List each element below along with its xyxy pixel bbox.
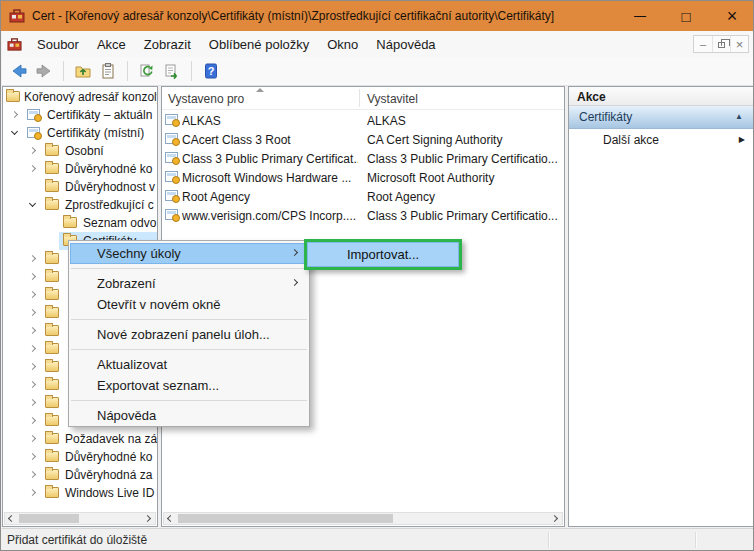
mdi-minimize-icon[interactable] (694, 36, 712, 52)
back-icon[interactable] (9, 61, 29, 81)
certificate-row[interactable]: Class 3 Public Primary Certificat...Clas… (162, 149, 564, 168)
certificate-icon (165, 209, 178, 220)
menu-item-aktualizovat[interactable]: Aktualizovat (70, 354, 308, 375)
chevron-right-icon[interactable] (29, 435, 36, 442)
chevron-right-icon[interactable] (29, 291, 36, 298)
chevron-right-icon[interactable] (29, 471, 36, 478)
certificate-row[interactable]: CAcert Class 3 RootCA Cert Signing Autho… (162, 130, 564, 149)
scroll-left-icon[interactable] (5, 513, 18, 524)
minimize-icon[interactable] (617, 1, 663, 31)
menu-item-exportovat-seznam[interactable]: Exportovat seznam... (70, 375, 308, 396)
certificate-icon (165, 133, 178, 144)
mdi-close-icon[interactable] (730, 36, 748, 52)
scroll-left-icon[interactable] (164, 513, 177, 524)
folder-icon (63, 217, 77, 228)
column-header-vystaveno-pro[interactable]: Vystaveno pro (168, 92, 244, 106)
certificate-icon (27, 109, 40, 120)
refresh-icon[interactable] (137, 61, 157, 81)
help-icon[interactable]: ? (201, 61, 221, 81)
mdi-restore-icon[interactable] (712, 36, 730, 52)
chevron-right-icon[interactable] (29, 165, 36, 172)
tree-item-seznam-odvolanych[interactable]: Seznam odvo (3, 214, 157, 232)
tree-item-certifikaty-mistni[interactable]: Certifikáty (místní) (3, 124, 157, 142)
menu-item-zobrazeni[interactable]: Zobrazení (70, 273, 308, 294)
certificate-icon (165, 171, 178, 182)
folder-icon (45, 163, 59, 174)
properties-icon[interactable] (98, 61, 118, 81)
tree-item-duveryhodnost[interactable]: Důvěryhodnost v (3, 178, 157, 196)
folder-icon (45, 361, 59, 372)
action-group-certifikaty[interactable]: Certifikáty (569, 106, 753, 129)
chevron-right-icon[interactable] (29, 273, 36, 280)
export-list-icon[interactable] (162, 61, 182, 81)
certificate-icon (27, 127, 40, 138)
window-controls (617, 1, 754, 31)
menu-akce[interactable]: Akce (88, 33, 135, 56)
tree-item-duveryhodne-ko[interactable]: Důvěryhodné ko (3, 160, 157, 178)
certificate-row[interactable]: Microsoft Windows Hardware ...Microsoft … (162, 168, 564, 187)
app-toolbox-icon (9, 8, 25, 24)
tree-item-duveryhodna-za[interactable]: Důvěryhodná za (3, 466, 157, 484)
list-horizontal-scrollbar[interactable] (163, 512, 563, 525)
chevron-right-icon[interactable] (29, 255, 36, 262)
tree-item-console-root[interactable]: Kořenový adresář konzoly (3, 88, 157, 106)
menu-oblibene-polozky[interactable]: Oblíbené položky (200, 33, 318, 56)
chevron-down-icon[interactable] (29, 200, 36, 207)
chevron-right-icon[interactable] (29, 363, 36, 370)
tree-item-pozadavek[interactable]: Požadavek na zá (3, 430, 157, 448)
chevron-right-icon[interactable] (29, 309, 36, 316)
scroll-right-icon[interactable] (142, 513, 155, 524)
tree-item-duveryhodne-ko2[interactable]: Důvěryhodné ko (3, 448, 157, 466)
chevron-right-icon[interactable] (29, 417, 36, 424)
action-pane-title: Akce (569, 87, 753, 106)
folder-icon (45, 397, 59, 408)
tree-item-osobni[interactable]: Osobní (3, 142, 157, 160)
certificate-row[interactable]: www.verisign.com/CPS Incorp....Class 3 P… (162, 206, 564, 225)
folder-icon (45, 325, 59, 336)
folder-icon (45, 307, 59, 318)
menu-napoveda[interactable]: Nápověda (367, 33, 444, 56)
menu-item-nove-zobrazeni-panelu-uloh[interactable]: Nové zobrazení panelu úloh... (70, 324, 308, 345)
tree-item-certifikaty-aktualni[interactable]: Certifikáty – aktuáln (3, 106, 157, 124)
chevron-right-icon[interactable] (29, 453, 36, 460)
status-text: Přidat certifikát do úložiště (7, 533, 147, 547)
menu-okno[interactable]: Okno (318, 33, 367, 56)
menu-item-importovat[interactable]: Importovat... (307, 242, 459, 267)
collapse-icon[interactable] (735, 112, 743, 121)
menu-item-napoveda[interactable]: Nápověda (70, 405, 308, 426)
tree-item-zprostredkujici[interactable]: Zprostředkující c (3, 196, 157, 214)
certificate-row[interactable]: ALKASALKAS (162, 111, 564, 130)
folder-icon (45, 415, 59, 426)
toolbar: ? (2, 57, 754, 86)
scroll-thumb[interactable] (178, 514, 393, 523)
action-item-dalsi-akce[interactable]: Další akce (569, 129, 753, 151)
maximize-icon[interactable] (663, 1, 709, 31)
column-header-vystavitel[interactable]: Vystavitel (367, 92, 418, 106)
menu-item-otevrit-v-novem-okne[interactable]: Otevřít v novém okně (70, 294, 308, 315)
tree-item-windows-live-id[interactable]: Windows Live ID (3, 484, 157, 502)
chevron-right-icon[interactable] (11, 111, 18, 118)
menu-soubor[interactable]: Soubor (28, 33, 88, 56)
menu-item-vsechny-ukoly[interactable]: Všechny úkoly (70, 243, 308, 264)
toolbar-separator (191, 61, 192, 81)
certificate-row[interactable]: Root AgencyRoot Agency (162, 187, 564, 206)
chevron-right-icon[interactable] (29, 399, 36, 406)
chevron-right-icon[interactable] (29, 489, 36, 496)
tree-horizontal-scrollbar[interactable] (4, 512, 156, 525)
chevron-right-icon[interactable] (29, 345, 36, 352)
flyout-arrow-icon (739, 135, 745, 144)
chevron-right-icon[interactable] (29, 147, 36, 154)
column-divider[interactable] (359, 89, 360, 107)
certificate-icon (165, 190, 178, 201)
forward-icon[interactable] (34, 61, 54, 81)
scroll-thumb[interactable] (19, 514, 79, 523)
sort-ascending-icon (256, 88, 264, 92)
menu-zobrazit[interactable]: Zobrazit (135, 33, 200, 56)
chevron-down-icon[interactable] (11, 128, 18, 135)
chevron-right-icon[interactable] (29, 327, 36, 334)
up-one-level-icon[interactable] (73, 61, 93, 81)
scroll-right-icon[interactable] (549, 513, 562, 524)
close-icon[interactable] (709, 1, 754, 31)
statusbar-separator (548, 532, 549, 548)
chevron-right-icon[interactable] (29, 381, 36, 388)
